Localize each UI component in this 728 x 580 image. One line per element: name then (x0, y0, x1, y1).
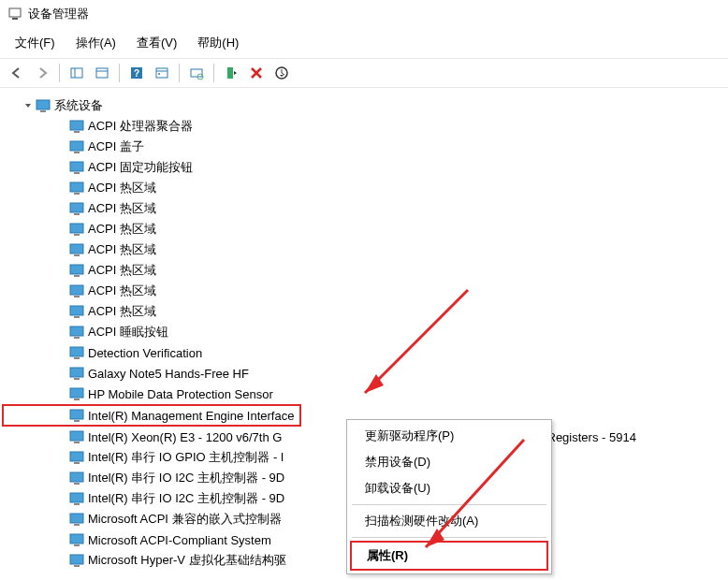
tree-item[interactable]: ACPI 盖子 (2, 137, 726, 157)
svg-rect-38 (74, 337, 80, 339)
tree-item[interactable]: ACPI 固定功能按钮 (2, 157, 726, 178)
svg-rect-18 (74, 131, 80, 133)
help-button[interactable]: ? (125, 62, 148, 84)
svg-rect-52 (74, 483, 80, 485)
svg-rect-29 (70, 244, 83, 254)
show-hide-tree-button[interactable] (66, 62, 88, 84)
menu-file[interactable]: 文件(F) (6, 32, 65, 54)
svg-rect-34 (74, 296, 80, 297)
tree-item[interactable]: ACPI 睡眠按钮 (2, 322, 726, 342)
svg-rect-13 (227, 67, 233, 79)
svg-rect-53 (70, 493, 83, 502)
tree-item-label: ACPI 固定功能按钮 (88, 159, 193, 176)
toolbar-sep (213, 64, 214, 82)
tree-item[interactable]: ACPI 热区域 (2, 178, 726, 198)
ctx-uninstall-device[interactable]: 卸载设备(U) (350, 475, 548, 501)
device-icon (69, 492, 84, 505)
device-icon (69, 202, 84, 215)
svg-rect-17 (70, 121, 83, 130)
svg-rect-49 (70, 452, 83, 461)
device-icon (69, 387, 84, 400)
svg-rect-58 (74, 544, 80, 546)
ctx-separator (352, 537, 546, 538)
tree-item[interactable]: HP Mobile Data Protection Sensor (2, 384, 726, 404)
svg-rect-20 (74, 152, 80, 153)
tree-item-label: Intel(R) Xeon(R) E3 - 1200 v6/7th G (88, 430, 282, 444)
ctx-disable-device[interactable]: 禁用设备(D) (350, 449, 548, 475)
update-driver-button[interactable] (270, 62, 293, 84)
tree-item[interactable]: ACPI 热区域 (2, 301, 726, 322)
tree-item[interactable]: ACPI 热区域 (2, 281, 726, 301)
device-icon (69, 513, 84, 526)
tree-item-label: Intel(R) 串行 IO I2C 主机控制器 - 9D (88, 470, 284, 486)
device-icon (69, 430, 84, 443)
tree-item-label: Galaxy Note5 Hands-Free HF (88, 367, 249, 381)
app-icon (7, 7, 22, 22)
uninstall-button[interactable] (245, 62, 268, 84)
svg-rect-4 (96, 68, 108, 78)
svg-rect-36 (74, 316, 80, 318)
menu-action[interactable]: 操作(A) (66, 32, 125, 54)
tree-item-label: HP Mobile Data Protection Sensor (88, 387, 273, 401)
ctx-properties[interactable]: 属性(R) (350, 541, 548, 571)
tree-item[interactable]: ACPI 热区域 (2, 198, 726, 219)
svg-rect-39 (70, 347, 83, 356)
device-icon (69, 346, 84, 359)
device-icon (69, 243, 84, 256)
tree-item[interactable]: ACPI 热区域 (2, 239, 726, 260)
tree-item-label: ACPI 热区域 (88, 283, 156, 299)
svg-rect-44 (74, 399, 80, 400)
toolbar: ? (0, 59, 728, 88)
svg-rect-32 (74, 275, 80, 277)
tree-item-label: Microsoft ACPI 兼容的嵌入式控制器 (88, 511, 282, 528)
svg-rect-26 (74, 213, 80, 215)
nav-back-button[interactable] (6, 62, 28, 84)
svg-rect-60 (74, 565, 80, 567)
device-icon (69, 471, 84, 485)
ctx-scan-hardware[interactable]: 扫描检测硬件改动(A) (350, 508, 548, 534)
menu-view[interactable]: 查看(V) (127, 32, 186, 54)
tree-item[interactable]: ACPI 热区域 (2, 219, 726, 239)
tree-item-label: Microsoft ACPI-Compliant System (88, 533, 271, 547)
enable-button[interactable] (220, 62, 242, 84)
tree-item[interactable]: Detection Verification (2, 342, 726, 363)
device-category-icon (36, 99, 51, 112)
tree-item[interactable]: Intel(R) Management Engine Interface (2, 404, 301, 427)
action-button[interactable] (151, 62, 173, 84)
svg-rect-45 (70, 410, 83, 419)
svg-rect-30 (74, 254, 80, 256)
svg-rect-37 (70, 326, 83, 336)
tree-item-label: ACPI 热区域 (88, 180, 156, 196)
svg-rect-56 (74, 524, 80, 526)
tree-root[interactable]: 系统设备 (2, 95, 726, 116)
svg-rect-23 (70, 182, 83, 192)
svg-rect-16 (40, 110, 46, 112)
collapse-icon[interactable] (22, 100, 34, 111)
scan-hardware-button[interactable] (185, 62, 208, 84)
svg-rect-8 (156, 68, 167, 78)
context-menu: 更新驱动程序(P) 禁用设备(D) 卸载设备(U) 扫描检测硬件改动(A) 属性… (346, 419, 552, 574)
nav-forward-button[interactable] (31, 62, 53, 84)
device-icon (69, 409, 84, 422)
svg-rect-50 (74, 462, 80, 464)
svg-rect-43 (70, 388, 83, 398)
svg-rect-57 (70, 534, 83, 544)
device-icon (69, 181, 84, 195)
ctx-separator (352, 504, 546, 505)
tree-root-label: 系统设备 (54, 97, 103, 114)
properties-button[interactable] (91, 62, 113, 84)
titlebar: 设备管理器 (0, 0, 728, 28)
device-icon (69, 140, 84, 153)
tree-item[interactable]: ACPI 热区域 (2, 260, 726, 281)
ctx-update-driver[interactable]: 更新驱动程序(P) (350, 423, 548, 449)
device-icon (69, 554, 84, 567)
device-icon (69, 305, 84, 318)
menu-help[interactable]: 帮助(H) (188, 32, 248, 54)
tree-item[interactable]: ACPI 处理器聚合器 (2, 116, 726, 137)
device-icon (69, 264, 84, 277)
tree-item[interactable]: Galaxy Note5 Hands-Free HF (2, 363, 726, 384)
svg-rect-21 (70, 162, 83, 171)
svg-rect-59 (70, 555, 83, 564)
svg-rect-28 (74, 234, 80, 236)
svg-rect-0 (9, 8, 21, 17)
